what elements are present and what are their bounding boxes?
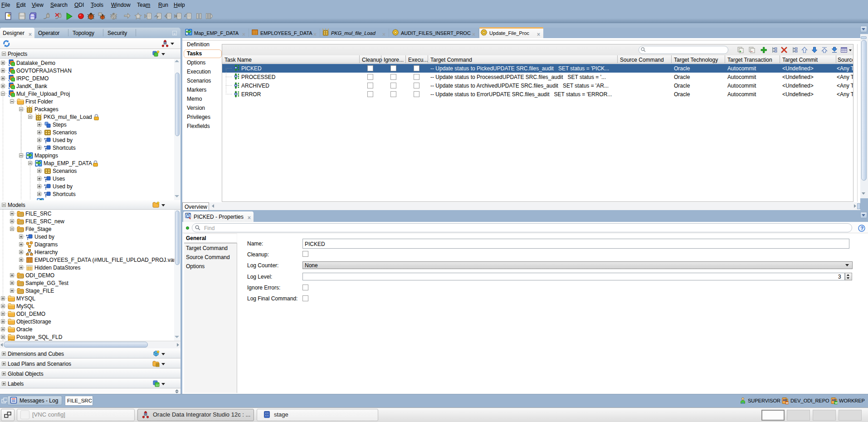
svg-text:1.0: 1.0 [156,384,159,387]
svg-text:AB: AB [832,398,836,402]
svg-text:M: M [786,402,788,404]
svg-text:?: ? [860,226,863,231]
svg-text:AB: AB [783,398,787,402]
svg-text:W: W [835,402,838,404]
